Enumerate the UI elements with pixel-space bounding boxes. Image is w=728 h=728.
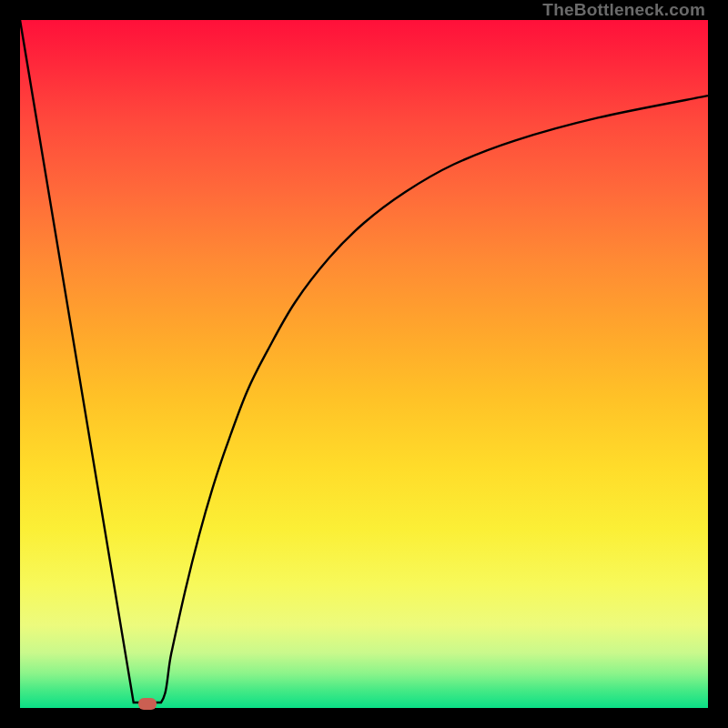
chart-frame <box>20 20 708 708</box>
optimum-marker <box>138 698 157 710</box>
curve-path <box>20 20 708 703</box>
bottleneck-curve <box>20 20 708 708</box>
watermark-text: TheBottleneck.com <box>542 0 705 20</box>
